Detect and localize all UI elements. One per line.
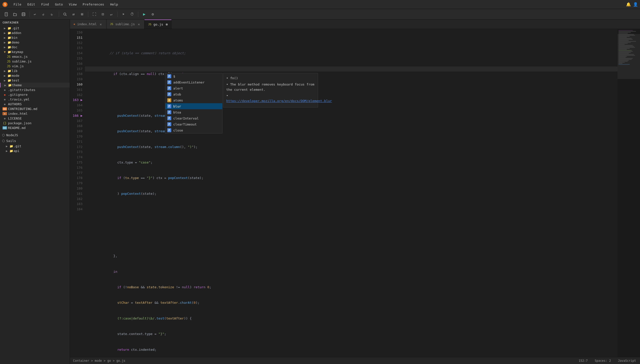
ac-item-close[interactable]: F close [165, 127, 222, 133]
fullscreen-button[interactable]: ⛶ [91, 11, 98, 18]
sidebar-item-doc[interactable]: ▶ 📁 doc [0, 45, 70, 50]
menu-preferences[interactable]: Preferences [80, 2, 107, 7]
multi-select-button[interactable]: ⊞ [78, 11, 86, 18]
account-icon[interactable]: 👤 [633, 2, 638, 7]
sidebar-group-sails[interactable]: ⬡ Sails [0, 138, 70, 144]
ac-label-atoms: atoms [173, 98, 220, 102]
sidebar-item-sails-git[interactable]: ▶ 📁 .git [0, 144, 70, 148]
sidebar-item-keymap[interactable]: ▼ 📁 keymap [0, 50, 70, 54]
ac-badge-close: F [167, 128, 171, 132]
sidebar-item-travis[interactable]: ✱ .travis.yml [0, 97, 70, 102]
sidebar-label-sails-api: api [14, 149, 68, 153]
sidebar-group-nodejs[interactable]: ⬡ NodeJS [0, 132, 70, 138]
sidebar-item-gitattributes[interactable]: ✱ .gitattributes [0, 88, 70, 92]
tab-sublime-js-close[interactable]: ✕ [137, 22, 141, 26]
sidebar-label-keymap: keymap [12, 50, 68, 54]
line-171: 171 [70, 139, 82, 144]
menu-bar: S File Edit Find Goto View Preferences H… [0, 0, 640, 9]
ac-item-addeventlistener[interactable]: F addEventListener [165, 79, 222, 85]
chevron-mode-icon: ▶ [2, 74, 7, 78]
tooltip-link[interactable]: https://developer.mozilla.org/en/docs/DO… [226, 93, 315, 104]
line-161: 161 [70, 87, 82, 92]
menu-help[interactable]: Help [108, 2, 120, 7]
open-file-button[interactable] [12, 11, 18, 18]
replace-button[interactable]: ⇄ [70, 11, 77, 18]
menu-file[interactable]: File [11, 2, 24, 7]
sidebar-item-authors[interactable]: ✱ AUTHORS [0, 102, 70, 106]
sidebar-label-authors: AUTHORS [8, 102, 68, 106]
tooltip-link-anchor[interactable]: https://developer.mozilla.org/en/docs/DO… [226, 99, 332, 103]
sidebar-item-lib[interactable]: ▶ 📁 lib [0, 68, 70, 73]
sidebar-item-readme[interactable]: md README.md [0, 126, 70, 130]
sidebar-item-package-json[interactable]: {} package.json [0, 121, 70, 126]
ac-item-cleartimeout[interactable]: F clearTimeout [165, 121, 222, 127]
line-162: 162 [70, 92, 82, 98]
line-153: 153 [70, 46, 82, 51]
autocomplete-tooltip: fn() The blur method removes keyboard fo… [223, 73, 318, 108]
find-button[interactable] [62, 11, 68, 18]
history-button[interactable]: ⏱ [128, 11, 136, 18]
ac-item-dollar[interactable]: F $ [165, 73, 222, 79]
settings-button[interactable]: ⚙ [149, 11, 156, 18]
run-button[interactable]: ▶ [141, 11, 148, 18]
redo-left-button[interactable]: ↺ [41, 11, 48, 18]
code-line-161 [85, 233, 618, 238]
ac-item-blur[interactable]: F blur [165, 103, 222, 109]
sidebar-label-doc: doc [12, 45, 68, 49]
sidebar-item-vim[interactable]: JS vim.js [0, 64, 70, 68]
tab-sublime-js[interactable]: JS sublime.js ✕ [106, 20, 145, 29]
menu-goto[interactable]: Goto [52, 2, 65, 7]
ac-item-atob[interactable]: F atob [165, 91, 222, 97]
wrap-button[interactable]: ↵ [108, 11, 115, 18]
line-159: 159 [70, 77, 82, 82]
menu-view[interactable]: View [66, 2, 79, 7]
sidebar-item-license[interactable]: ✱ LICENSE [0, 116, 70, 121]
svg-point-11 [64, 13, 66, 15]
sidebar-item-test[interactable]: ▶ 📁 test [0, 78, 70, 83]
folder-demo-icon: 📁 [7, 41, 12, 44]
status-language[interactable]: JavaScript [617, 359, 637, 362]
ac-item-clearinterval[interactable]: F clearInterval [165, 115, 222, 121]
ac-item-atoms[interactable]: O atoms [165, 97, 222, 103]
sidebar-item-index-html[interactable]: ◈ index.html [0, 111, 70, 116]
sidebar-item-bin[interactable]: ▶ 📁 bin [0, 35, 70, 40]
tab-index-html-close[interactable]: ✕ [99, 22, 103, 26]
save-button[interactable] [20, 11, 27, 18]
folder-doc-icon: 📁 [7, 46, 12, 49]
sidebar-item-mode[interactable]: ▶ 📁 mode [0, 73, 70, 78]
file-gitattributes-icon: ✱ [2, 88, 7, 92]
sidebar-item-contributing[interactable]: md CONTRIBUTING.md [0, 106, 70, 111]
sidebar-item-emacs[interactable]: JS emacs.js [0, 54, 70, 59]
file-js-sublime-icon: JS [6, 60, 11, 63]
sidebar-item-theme[interactable]: ▶ 📁 theme [0, 83, 70, 88]
sidebar-item-sails-api[interactable]: ▶ 📁 api [0, 148, 70, 153]
send-button[interactable]: ➤ [120, 11, 127, 18]
undo-button[interactable]: ↩ [32, 11, 39, 18]
sidebar-item-git[interactable]: ▶ 📁 .git [0, 26, 70, 30]
ac-item-btoa[interactable]: F btoa [165, 109, 222, 115]
code-line-165: stChar = textAfter && textAfter.charAt(0… [85, 295, 618, 300]
toolbar-sep-2 [59, 12, 59, 17]
sidebar-item-demo[interactable]: ▶ 📁 demo [0, 40, 70, 45]
tab-go-js[interactable]: JS go.js [144, 20, 171, 29]
sidebar: Container ▶ 📁 .git ▶ 📁 addon ▶ 📁 bin ▶ 📁… [0, 20, 70, 364]
distraction-free-button[interactable]: ⊡ [99, 11, 106, 18]
menu-edit[interactable]: Edit [25, 2, 38, 7]
tab-index-html[interactable]: ◈ index.html ✕ [70, 20, 106, 29]
code-line-163: in [85, 264, 618, 269]
new-file-button[interactable] [3, 11, 10, 18]
minimap[interactable] [618, 29, 640, 357]
sidebar-label-contributing: CONTRIBUTING.md [8, 107, 68, 111]
toolbar: ↩ ↺ ↻ ⇄ ⊞ ⛶ ⊡ ↵ ➤ ⏱ ▶ ⚙ [0, 9, 640, 20]
sidebar-item-sublime[interactable]: JS sublime.js [0, 59, 70, 64]
notification-icon[interactable]: 🔔 [626, 2, 631, 7]
status-position[interactable]: 152:7 [578, 359, 589, 362]
autocomplete-dropdown[interactable]: F $ F addEventListener F alert F atob O [165, 73, 222, 134]
menu-find[interactable]: Find [39, 2, 52, 7]
redo-right-button[interactable]: ↻ [49, 11, 56, 18]
ac-item-alert[interactable]: F alert [165, 85, 222, 91]
sidebar-item-gitignore[interactable]: ◆ .gitignore [0, 92, 70, 97]
sidebar-item-addon[interactable]: ▶ 📁 addon [0, 30, 70, 35]
code-container[interactable]: 150 151 152 153 154 155 156 157 158 159 … [70, 29, 640, 357]
status-spaces[interactable]: Spaces: 2 [594, 359, 612, 362]
